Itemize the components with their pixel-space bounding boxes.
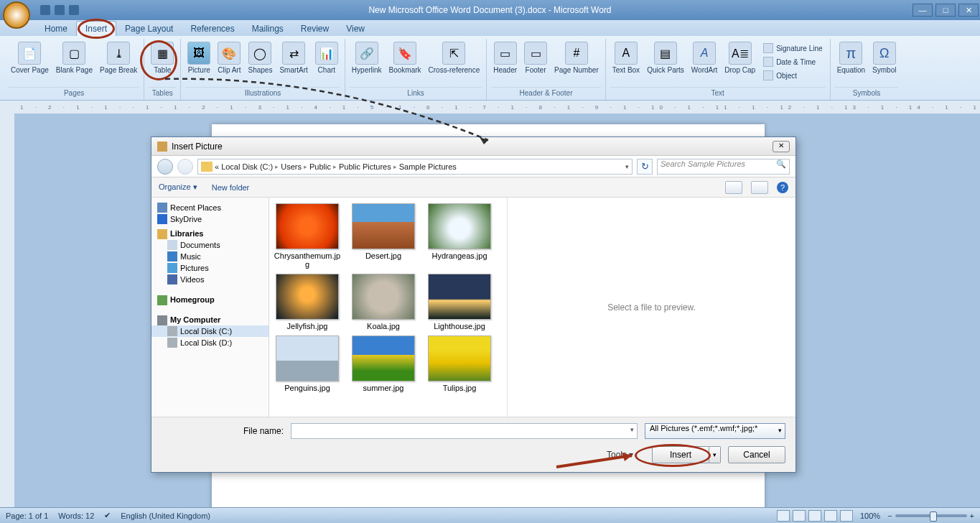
office-button[interactable]: [3, 1, 30, 29]
view-draft[interactable]: [840, 510, 853, 522]
zoom-level[interactable]: 100%: [860, 512, 880, 520]
path-dropdown-icon[interactable]: ▾: [625, 163, 629, 170]
minimize-button[interactable]: —: [913, 4, 933, 17]
file-thumbnail[interactable]: Penguins.jpg: [272, 335, 342, 394]
close-button[interactable]: ✕: [958, 4, 979, 17]
nav-forward-button[interactable]: [177, 159, 193, 175]
thumbnail-label: Koala.jpg: [348, 320, 419, 333]
sidebar-music[interactable]: Music: [151, 251, 269, 262]
clip-art-button[interactable]: 🎨Clip Art: [215, 40, 243, 75]
wordart-button[interactable]: AWordArt: [689, 40, 720, 75]
tab-home[interactable]: Home: [36, 22, 76, 36]
qat-save-icon[interactable]: [40, 5, 50, 15]
tab-references[interactable]: References: [182, 22, 243, 36]
page-break-button[interactable]: ⤓Page Break: [98, 40, 139, 75]
file-thumbnail[interactable]: summer.jpg: [348, 335, 419, 394]
sidebar-local-d[interactable]: Local Disk (D:): [151, 337, 269, 348]
new-folder-button[interactable]: New folder: [212, 183, 250, 192]
tools-dropdown[interactable]: Tools ▾: [607, 450, 633, 460]
symbol-button[interactable]: ΩSymbol: [870, 40, 898, 75]
quick-parts-button[interactable]: ▤Quick Parts: [645, 40, 686, 75]
organize-button[interactable]: Organize ▾: [159, 182, 197, 192]
object-button[interactable]: Object: [760, 69, 826, 82]
view-web-layout[interactable]: [808, 510, 821, 522]
view-full-screen[interactable]: [793, 510, 806, 522]
cross-ref-button[interactable]: ⇱Cross-reference: [426, 40, 482, 75]
sidebar-libraries[interactable]: Libraries: [151, 225, 269, 239]
breadcrumb-item[interactable]: Local Disk (C:): [221, 162, 273, 171]
file-type-filter[interactable]: All Pictures (*.emf;*.wmf;*.jpg;*: [645, 423, 785, 439]
sidebar-pictures[interactable]: Pictures: [151, 262, 269, 274]
horizontal-ruler[interactable]: 1 · 2 · 1 · 1 · · 1 · 1 · 2 · 1 · 3 · 1 …: [0, 101, 980, 114]
cancel-button[interactable]: Cancel: [728, 446, 785, 463]
status-words[interactable]: Words: 12: [58, 512, 94, 520]
breadcrumb-item[interactable]: Users: [281, 162, 302, 171]
picture-button[interactable]: 🖼Picture: [185, 40, 213, 75]
header-button[interactable]: ▭Header: [491, 40, 519, 75]
tab-insert[interactable]: Insert: [76, 21, 116, 36]
sidebar-skydrive[interactable]: SkyDrive: [151, 213, 269, 225]
file-thumbnail[interactable]: Jellyfish.jpg: [272, 274, 342, 333]
equation-button[interactable]: πEquation: [835, 40, 867, 75]
view-print-layout[interactable]: [777, 510, 790, 522]
chart-button[interactable]: 📊Chart: [313, 40, 340, 75]
dialog-icon: [157, 142, 167, 152]
shapes-button[interactable]: ◯Shapes: [246, 40, 274, 75]
dialog-close-button[interactable]: ✕: [773, 141, 790, 152]
breadcrumb-item[interactable]: Sample Pictures: [399, 162, 457, 171]
breadcrumb-item[interactable]: Public: [309, 162, 331, 171]
search-input[interactable]: Search Sample Pictures: [657, 159, 790, 175]
blank-page-button[interactable]: ▢Blank Page: [54, 40, 95, 75]
window-title: New Microsoft Office Word Document (3).d…: [368, 5, 611, 15]
signature-line-button[interactable]: Signature Line: [760, 42, 826, 55]
smartart-button[interactable]: ⇄SmartArt: [277, 40, 309, 75]
status-language[interactable]: English (United Kingdom): [121, 512, 210, 520]
qat-redo-icon[interactable]: [69, 5, 79, 15]
tab-review[interactable]: Review: [292, 22, 337, 36]
qat-undo-icon[interactable]: [55, 5, 65, 15]
file-thumbnail[interactable]: Hydrangeas.jpg: [424, 203, 495, 271]
insert-dropdown-button[interactable]: ▾: [709, 446, 721, 463]
file-thumbnail[interactable]: Lighthouse.jpg: [424, 274, 495, 333]
tab-view[interactable]: View: [337, 22, 373, 36]
breadcrumb-item[interactable]: «: [215, 162, 219, 171]
vertical-ruler[interactable]: [0, 114, 14, 507]
text-box-button[interactable]: AText Box: [610, 40, 642, 75]
zoom-slider[interactable]: [895, 514, 967, 517]
tab-mailings[interactable]: Mailings: [243, 22, 292, 36]
date-time-button[interactable]: Date & Time: [760, 55, 826, 68]
cover-page-button[interactable]: 📄Cover Page: [9, 40, 51, 75]
sidebar-local-c[interactable]: Local Disk (C:): [151, 325, 269, 337]
view-mode-button[interactable]: [725, 181, 742, 194]
help-button[interactable]: ?: [777, 182, 788, 193]
file-thumbnail[interactable]: Koala.jpg: [348, 274, 419, 333]
insert-button[interactable]: Insert: [652, 446, 709, 463]
file-thumbnail[interactable]: Desert.jpg: [348, 203, 419, 271]
sidebar-recent-places[interactable]: Recent Places: [151, 202, 269, 213]
file-thumbnail[interactable]: Tulips.jpg: [424, 335, 495, 394]
sidebar-videos[interactable]: Videos: [151, 274, 269, 285]
file-thumbnail[interactable]: Chrysanthemum.jpg: [272, 203, 342, 271]
table-button[interactable]: ▦Table: [149, 40, 176, 75]
drop-cap-button[interactable]: A≣Drop Cap: [722, 40, 757, 75]
bookmark-button[interactable]: 🔖Bookmark: [387, 40, 424, 75]
status-page[interactable]: Page: 1 of 1: [6, 512, 48, 520]
file-name-input[interactable]: [291, 423, 638, 439]
maximize-button[interactable]: □: [935, 4, 956, 17]
view-outline[interactable]: [824, 510, 837, 522]
page-number-button[interactable]: #Page Number: [552, 40, 601, 75]
footer-button[interactable]: ▭Footer: [522, 40, 549, 75]
preview-toggle-button[interactable]: [751, 181, 768, 194]
status-proofing-icon[interactable]: ✔: [104, 511, 111, 520]
tab-page-layout[interactable]: Page Layout: [116, 22, 182, 36]
refresh-button[interactable]: ↻: [637, 159, 653, 175]
nav-back-button[interactable]: [157, 159, 173, 175]
breadcrumb-item[interactable]: Public Pictures: [339, 162, 391, 171]
sidebar-my-computer[interactable]: My Computer: [151, 311, 269, 325]
zoom-in-button[interactable]: +: [970, 512, 974, 520]
sidebar-homegroup[interactable]: Homegroup: [151, 291, 269, 305]
breadcrumb-bar[interactable]: « Local Disk (C:)▸ Users▸ Public▸ Public…: [197, 159, 633, 175]
zoom-out-button[interactable]: −: [887, 512, 892, 520]
sidebar-documents[interactable]: Documents: [151, 239, 269, 251]
hyperlink-button[interactable]: 🔗Hyperlink: [350, 40, 384, 75]
